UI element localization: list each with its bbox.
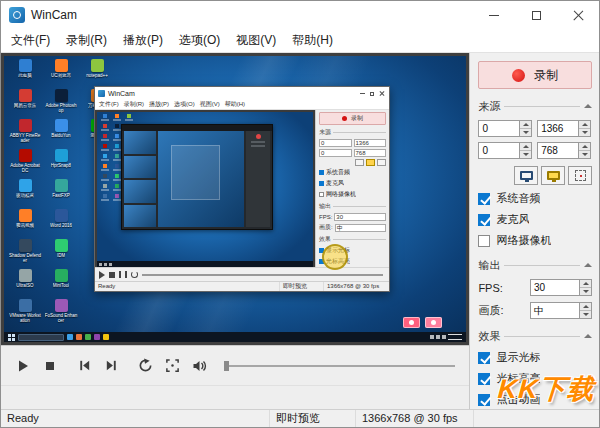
up-arrow-icon[interactable]	[580, 303, 591, 310]
fullscreen-button[interactable]	[160, 353, 184, 379]
collapse-chevron-icon[interactable]	[584, 263, 592, 268]
capture-x-value[interactable]: 0	[479, 121, 519, 136]
close-button[interactable]	[557, 1, 599, 29]
nested-skip-icon	[119, 271, 121, 278]
capture-y-value[interactable]: 0	[479, 143, 519, 158]
desktop-icon-image	[103, 114, 107, 118]
menu-options[interactable]: 选项(O)	[171, 29, 228, 52]
fps-value[interactable]: 30	[531, 280, 579, 295]
stepper-arrows[interactable]	[578, 143, 590, 158]
down-arrow-icon[interactable]	[580, 310, 591, 318]
checkbox-row-system-audio[interactable]: 系统音频	[478, 191, 592, 206]
desktop-icon-image	[115, 124, 119, 128]
desktop-icon: notepad++	[124, 114, 134, 124]
capture-y-stepper[interactable]: 0	[478, 142, 532, 159]
checked-checkbox[interactable]	[478, 394, 490, 406]
quality-value[interactable]: 中	[531, 303, 579, 318]
desktop-icon-image	[19, 89, 32, 102]
up-arrow-icon[interactable]	[520, 121, 531, 128]
maximize-button[interactable]	[515, 1, 557, 29]
seek-slider[interactable]	[224, 359, 459, 373]
play-button[interactable]	[11, 353, 35, 379]
fps-stepper[interactable]: 30	[530, 279, 592, 296]
nested-maximize-icon	[370, 92, 374, 96]
stepper-arrows[interactable]	[519, 121, 531, 136]
menu-help[interactable]: 帮助(H)	[284, 29, 341, 52]
checked-checkbox[interactable]	[478, 352, 490, 364]
desktop-icon-image	[115, 164, 119, 168]
desktop-icon-label: UltraISO	[16, 283, 33, 293]
skip-to-start-button[interactable]	[72, 353, 96, 379]
capture-window-button[interactable]	[541, 166, 565, 185]
desktop-icon-image	[115, 174, 119, 178]
checkbox-row-webcam[interactable]: 网络摄像机	[478, 233, 592, 248]
nested-status-preview: 即时预览	[279, 282, 323, 291]
down-arrow-icon[interactable]	[520, 128, 531, 136]
minimize-button[interactable]	[473, 1, 515, 29]
checked-checkbox[interactable]	[478, 214, 490, 226]
skip-to-end-button[interactable]	[99, 353, 123, 379]
up-arrow-icon[interactable]	[520, 143, 531, 150]
down-arrow-icon[interactable]	[579, 150, 590, 158]
desktop-icon-image	[103, 174, 107, 178]
desktop-icon: Shadow Defender	[100, 174, 110, 184]
capture-height-stepper[interactable]: 768	[537, 142, 591, 159]
capture-width-stepper[interactable]: 1366	[537, 120, 591, 137]
capture-width-value[interactable]: 1366	[538, 121, 578, 136]
capture-height-value[interactable]: 768	[538, 143, 578, 158]
seek-slider-thumb[interactable]	[224, 361, 229, 371]
deep-nested-record-dot	[256, 134, 261, 139]
up-arrow-icon[interactable]	[579, 143, 590, 150]
desktop-icon: Word 2016	[44, 209, 78, 239]
desktop-icon-label: VMware Workstation	[9, 313, 42, 323]
volume-button[interactable]	[187, 353, 211, 379]
checkbox-row-show-cursor[interactable]: 显示光标	[478, 350, 592, 365]
collapse-chevron-icon[interactable]	[584, 334, 592, 339]
stepper-arrows[interactable]	[579, 303, 591, 318]
checkbox-row-microphone[interactable]: 麦克风	[478, 212, 592, 227]
checked-checkbox[interactable]	[478, 373, 490, 385]
unchecked-checkbox[interactable]	[478, 235, 490, 247]
collapse-chevron-icon[interactable]	[584, 104, 592, 109]
down-arrow-icon[interactable]	[580, 287, 591, 295]
audio-options: 系统音频麦克风网络摄像机	[478, 191, 592, 248]
stepper-arrows[interactable]	[519, 143, 531, 158]
seek-slider-track[interactable]	[224, 365, 455, 367]
stop-button[interactable]	[38, 353, 62, 379]
up-arrow-icon[interactable]	[579, 121, 590, 128]
desktop-icon-label: UC浏览器	[51, 73, 71, 83]
desktop-icon-image	[91, 59, 104, 72]
menu-file[interactable]: 文件(F)	[3, 29, 58, 52]
up-arrow-icon[interactable]	[580, 280, 591, 287]
desktop-icon-image	[55, 89, 68, 102]
desktop-icon: Adobe Photoshop	[44, 89, 78, 119]
down-arrow-icon[interactable]	[520, 150, 531, 158]
menu-record[interactable]: 录制(R)	[58, 29, 115, 52]
desktop-icon-image	[115, 114, 119, 118]
checked-checkbox[interactable]	[478, 193, 490, 205]
quality-stepper[interactable]: 中	[530, 302, 592, 319]
capture-x-stepper[interactable]: 0	[478, 120, 532, 137]
menu-view[interactable]: 视图(V)	[228, 29, 284, 52]
restart-button[interactable]	[133, 353, 157, 379]
section-divider	[504, 106, 580, 107]
stepper-arrows[interactable]	[579, 280, 591, 295]
nested-height-field: 768	[354, 149, 387, 157]
nested-capture-mode-buttons	[319, 159, 386, 166]
desktop-icon-image	[19, 149, 32, 162]
quality-row: 画质: 中	[478, 302, 592, 319]
desktop-icon: Shadow Defender	[8, 239, 42, 269]
menu-play[interactable]: 播放(P)	[115, 29, 171, 52]
record-button[interactable]: 录制	[478, 61, 592, 89]
capture-region-button[interactable]	[568, 166, 592, 185]
desktop-icon-label: ABBYY FineReader	[9, 133, 42, 143]
desktop-icon: 网易云音乐	[8, 89, 42, 119]
capture-screen-button[interactable]	[514, 166, 538, 185]
record-icon	[512, 69, 525, 82]
desktop-icon-image	[127, 114, 131, 118]
nested-right-panel: 录制 来源 0 1366 0 768	[315, 110, 389, 269]
nested-quality-field: 中	[335, 224, 386, 232]
down-arrow-icon[interactable]	[579, 128, 590, 136]
stepper-arrows[interactable]	[578, 121, 590, 136]
window-controls	[473, 1, 599, 29]
